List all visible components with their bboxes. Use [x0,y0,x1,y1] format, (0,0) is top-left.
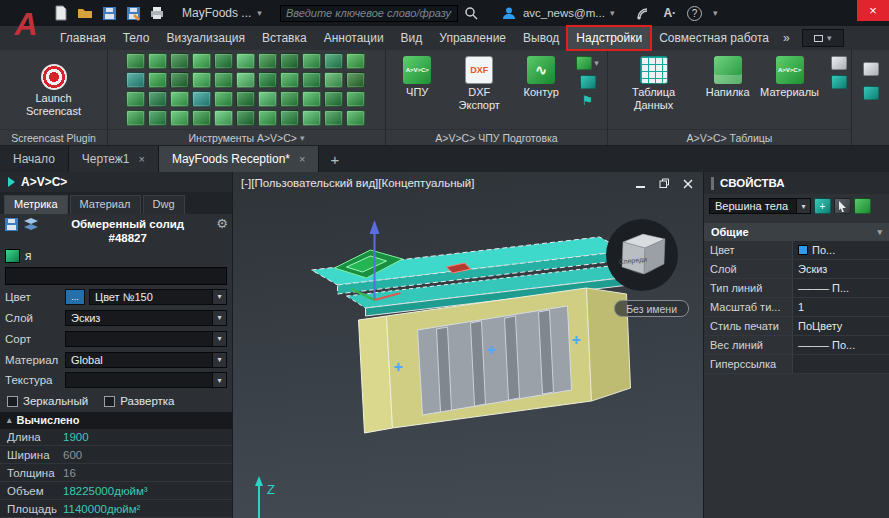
prop-row-lineweight[interactable]: Вес линий ——— По... [704,336,889,355]
avc-tool-icon[interactable] [126,110,145,126]
save-icon[interactable] [100,4,118,22]
data-table-button[interactable]: Таблица Данных [612,56,695,111]
dxf-export-button[interactable]: DXF DXF Экспорт [446,56,512,111]
texture-combo[interactable]: ▾ [65,372,227,388]
color-combo[interactable]: Цвет №150 ▾ [89,289,227,305]
cnc-extra-chevron-down-icon[interactable]: ▾ [594,58,599,68]
view-name-badge[interactable]: Без имени [614,300,689,317]
tab-sovmestnaya-rabota[interactable]: Совместная работа [651,27,777,49]
tab-upravlenie[interactable]: Управление [431,27,514,49]
prop-row-linetype-scale[interactable]: Масштаб ти... 1 [704,298,889,317]
avc-tool-icon[interactable] [324,91,343,107]
search-icon[interactable] [462,4,480,22]
window-close-button[interactable]: × [857,0,889,21]
viewport-controls-label[interactable]: [-][Пользовательский вид][Концептуальный… [241,177,474,189]
avc-tool-icon[interactable] [236,110,255,126]
avc-palette-header[interactable]: A>V>C> [0,172,232,192]
avc-tab-dwg[interactable]: Dwg [143,195,185,214]
tables-extra-tool-icon[interactable] [831,56,847,70]
avc-tool-icon[interactable] [346,110,365,126]
title-chevron-down-icon[interactable]: ▾ [257,8,262,18]
avc-tool-icon[interactable] [170,72,189,88]
section-general[interactable]: Общие ▾ [704,223,889,241]
avc-tool-icon[interactable] [302,91,321,107]
minimize-icon[interactable] [636,178,646,192]
viewcube[interactable]: Спереди [599,212,685,298]
ribbon-options-chevron-down-icon[interactable]: ▾ [827,33,832,43]
autodesk-app-icon[interactable]: A· [663,6,676,20]
avc-tool-icon[interactable] [324,72,343,88]
color-picker-button[interactable]: ... [65,289,85,305]
avc-tool-icon[interactable] [148,110,167,126]
avc-tool-icon[interactable] [192,110,211,126]
avc-tool-icon[interactable] [346,72,365,88]
tab-vstavka[interactable]: Вставка [254,27,315,49]
tab-overflow-icon[interactable]: » [778,31,795,45]
avc-tool-icon[interactable] [346,53,365,69]
avc-tool-icon[interactable] [214,53,233,69]
avc-tool-icon[interactable] [302,110,321,126]
avc-layers-icon[interactable] [23,217,39,235]
prop-row-layer[interactable]: Слой Эскиз [704,260,889,279]
avc-tool-icon[interactable] [280,91,299,107]
properties-header[interactable]: СВОЙСТВА [704,172,889,194]
avc-tool-icon[interactable] [236,72,255,88]
avc-tool-icon[interactable] [214,110,233,126]
chevron-down-icon[interactable]: ▾ [212,311,226,325]
tab-vizualizaciya[interactable]: Визуализация [158,27,253,49]
search-input[interactable] [280,5,458,22]
manual-icon[interactable] [863,62,879,76]
avc-tool-icon[interactable] [126,53,145,69]
tab-telo[interactable]: Тело [115,27,158,49]
help-chevron-down-icon[interactable]: ▾ [713,8,718,18]
avc-tool-icon[interactable] [170,110,189,126]
avc-tool-icon[interactable] [148,91,167,107]
launch-screencast-button[interactable]: Launch Screencast [18,64,90,117]
solid-name-input[interactable] [5,267,227,285]
doc-tab-drawing1[interactable]: Чертеж1 × [69,146,159,172]
doc-tab-close-icon[interactable]: × [139,153,145,165]
avc-tool-icon[interactable] [192,91,211,107]
prop-row-hyperlink[interactable]: Гиперссылка [704,355,889,374]
avc-tool-icon[interactable] [280,72,299,88]
tab-glavnaya[interactable]: Главная [52,27,114,49]
doc-tab-close-icon[interactable]: × [299,153,305,165]
chevron-down-icon[interactable]: ▾ [796,199,810,213]
avc-tool-icon[interactable] [214,91,233,107]
new-drawing-tab-button[interactable]: + [319,146,350,172]
help-icon[interactable]: ? [687,6,702,21]
avc-tool-icon[interactable] [148,53,167,69]
avc-tool-icon[interactable] [258,91,277,107]
tab-vyvod[interactable]: Вывод [515,27,567,49]
flag-icon[interactable]: ⚑ [582,94,594,107]
avc-tool-icon[interactable] [170,91,189,107]
sort-combo[interactable]: ▾ [65,331,227,347]
avc-tool-icon[interactable] [126,91,145,107]
prop-row-plot-style[interactable]: Стиль печати ПоЦвету [704,317,889,336]
cnc-extra-tool2-icon[interactable] [580,75,596,89]
avc-tool-icon[interactable] [170,53,189,69]
chevron-down-icon[interactable]: ▾ [212,290,226,304]
avc-tool-icon[interactable] [258,110,277,126]
doc-tab-start[interactable]: Начало [0,146,69,172]
materials-button[interactable]: A>V>C> Материалы [760,56,819,99]
plot-icon[interactable] [148,4,166,22]
close-icon[interactable] [683,178,693,192]
avc-tool-icon[interactable] [236,91,255,107]
open-folder-icon[interactable] [76,4,94,22]
user-chevron-down-icon[interactable]: ▾ [610,8,615,18]
strip-tool-icon[interactable] [863,86,879,100]
avc-tool-icon[interactable] [302,53,321,69]
prop-row-color[interactable]: Цвет По... [704,241,889,260]
chevron-down-icon[interactable]: ▾ [212,353,226,367]
avc-gear-icon[interactable]: ⚙ [216,217,228,230]
material-combo[interactable]: Global ▾ [65,352,227,368]
avc-tool-icon[interactable] [324,110,343,126]
avc-tool-icon[interactable] [192,53,211,69]
avc-tool-icon[interactable] [346,91,365,107]
avc-tool-icon[interactable] [258,72,277,88]
broadcast-icon[interactable] [634,4,652,22]
avc-tool-icon[interactable] [236,53,255,69]
viewport[interactable]: [-][Пользовательский вид][Концептуальный… [233,172,703,518]
tab-nadstroyki[interactable]: Надстройки [568,27,650,49]
